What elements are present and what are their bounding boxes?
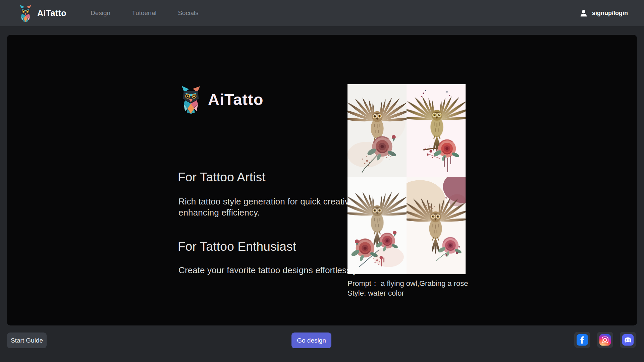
discord-button[interactable] [620,332,636,348]
nav-link-design[interactable]: Design [91,9,110,17]
aitatto-landing-page: AiTatto Design Tutoerial Socials signup/… [0,0,644,362]
aitatto-owl-logo-icon [19,4,32,22]
signup-login-label: signup/login [592,10,628,17]
sample-style-line: Style: water color [347,288,468,298]
instagram-icon [599,334,611,346]
facebook-icon [577,334,588,346]
aitatto-owl-logo-icon-large [180,84,201,115]
hero-brand: AiTatto [180,84,263,115]
text-for-tattoo-artist: Rich tattoo style generation for quick c… [178,196,360,218]
instagram-button[interactable] [597,332,613,348]
start-guide-button[interactable]: Start Guide [7,333,47,348]
nav-link-socials[interactable]: Socials [178,9,198,17]
tattoo-sample-image-3 [347,177,407,274]
navbar: AiTatto Design Tutoerial Socials signup/… [0,0,644,26]
go-design-button[interactable]: Go design [291,333,331,348]
tattoo-sample-image-2 [407,84,466,177]
nav-links: Design Tutoerial Socials [91,9,199,17]
person-icon [579,9,588,17]
heading-for-tattoo-artist: For Tattoo Artist [178,170,266,184]
brand-title: AiTatto [37,8,66,18]
tattoo-sample-grid [347,84,466,274]
facebook-button[interactable] [574,332,590,348]
tattoo-sample-image-1 [347,84,407,177]
hero-panel: AiTatto For Tattoo Artist Rich tattoo st… [7,35,637,325]
social-links [574,332,636,348]
discord-icon [622,334,634,346]
signup-login-button[interactable]: signup/login [579,9,628,17]
sample-prompt-line: Prompt： a flying owl,Grabing a rose [347,279,468,288]
nav-link-tutorial[interactable]: Tutoerial [132,9,156,17]
text-for-tattoo-enthusiast: Create your favorite tattoo designs effo… [178,265,359,276]
heading-for-tattoo-enthusiast: For Tattoo Enthusiast [178,240,296,254]
sample-caption: Prompt： a flying owl,Grabing a rose Styl… [347,279,468,298]
brand-home-link[interactable]: AiTatto [19,4,66,22]
hero-brand-title: AiTatto [208,90,263,109]
tattoo-sample-image-4 [407,177,466,274]
